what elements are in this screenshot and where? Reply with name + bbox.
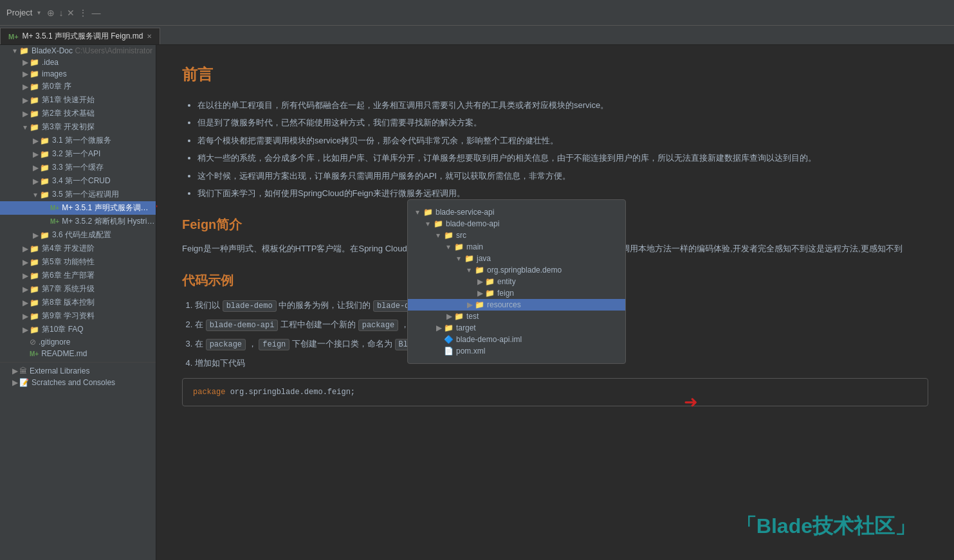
- ch1-folder-icon: 📁: [30, 96, 39, 105]
- sidebar-item-ch6[interactable]: ▶ 📁 第6章 生产部署: [0, 269, 156, 282]
- images-folder-icon: 📁: [30, 69, 39, 78]
- java-label: java: [477, 254, 491, 263]
- java-folder-icon: 📁: [464, 254, 474, 263]
- step2-code2: feign: [259, 339, 289, 350]
- test-folder-icon: 📁: [454, 312, 464, 321]
- readme-md-icon: M+: [30, 350, 39, 357]
- sidebar-item-ch5[interactable]: ▶ 📁 第5章 功能特性: [0, 255, 156, 269]
- target-label: target: [456, 323, 476, 332]
- popup-item-src: ▾ 📁 src: [408, 230, 625, 241]
- iml-label: blade-demo-api.iml: [456, 335, 522, 344]
- popup-item-java: ▾ 📁 java: [408, 253, 625, 264]
- content-area: 前言 在以往的单工程项目，所有代码都融合在一起，业务相互调用只需要引入共有的工具…: [156, 45, 954, 560]
- intro-item-0: 在以往的单工程项目，所有代码都融合在一起，业务相互调用只需要引入共有的工具类或者…: [197, 98, 928, 113]
- ch36-folder-icon: 📁: [40, 231, 50, 240]
- more-icon[interactable]: ⋮: [78, 8, 87, 18]
- tab-close-button[interactable]: ✕: [147, 33, 152, 40]
- step2-code1: package: [206, 339, 246, 350]
- ch3-folder-icon: 📁: [30, 123, 39, 132]
- popup-item-blade-service-api: ▾ 📁 blade-service-api: [408, 206, 625, 218]
- sidebar-item-ch32[interactable]: ▶ 📁 3.2 第一个API: [0, 147, 156, 161]
- step0-code1: blade-demo: [223, 300, 277, 312]
- watermark-prefix: 「: [736, 514, 757, 537]
- sidebar-item-ch10[interactable]: ▶ 📁 第10章 FAQ: [0, 323, 156, 336]
- sidebar-item-images[interactable]: ▶ 📁 images: [0, 68, 156, 80]
- sidebar-item-idea[interactable]: ▶ 📁 .idea: [0, 57, 156, 68]
- root-label: BladeX-Doc C:\Users\Administrator: [32, 46, 152, 55]
- sidebar-item-ch4[interactable]: ▶ 📁 第4章 开发进阶: [0, 242, 156, 255]
- tab-md-icon: M+: [8, 33, 19, 41]
- project-label[interactable]: Project ▾: [6, 8, 41, 17]
- intro-item-2: 若每个模块都把需要调用模块的service拷贝一份，那会令代码非常冗余，影响整个…: [197, 133, 928, 148]
- intro-item-1: 但是到了微服务时代，已然不能使用这种方式，我们需要寻找新的解决方案。: [197, 115, 928, 130]
- project-text: Project: [6, 8, 32, 17]
- main-area: ▾ 📁 BladeX-Doc C:\Users\Administrator ▶ …: [0, 45, 954, 560]
- blade-service-api-label: blade-service-api: [436, 208, 494, 217]
- pom-label: pom.xml: [456, 347, 485, 356]
- main-label: main: [466, 242, 483, 251]
- sidebar-item-ch8[interactable]: ▶ 📁 第8章 版本控制: [0, 296, 156, 309]
- iml-file-icon: 🔷: [444, 335, 454, 344]
- feign-folder-icon: 📁: [485, 289, 495, 298]
- sidebar-item-gitignore[interactable]: ⊘ .gitignore: [0, 336, 156, 348]
- sidebar-item-ch9[interactable]: ▶ 📁 第9章 学习资料: [0, 309, 156, 323]
- sidebar-item-ch3[interactable]: ▾ 📁 第3章 开发初探: [0, 120, 156, 134]
- popup-item-resources: ▶ 📁 resources: [408, 299, 625, 311]
- sidebar-item-ch351[interactable]: M+ M+ 3.5.1 声明式服务调用 Feign: [0, 201, 156, 215]
- watermark: 「Blade技术社区」: [736, 512, 915, 541]
- blade-demo-api-label: blade-demo-api: [446, 219, 499, 228]
- add-icon[interactable]: ⊕: [47, 8, 55, 18]
- intro-list: 在以往的单工程项目，所有代码都融合在一起，业务相互调用只需要引入共有的工具类或者…: [182, 98, 928, 201]
- title-bar: Project ▾ ⊕ ↓ ✕ ⋮ —: [0, 0, 954, 26]
- sidebar-item-ch2[interactable]: ▶ 📁 第2章 技术基础: [0, 107, 156, 120]
- blade-demo-api-icon: 📁: [434, 219, 443, 228]
- popup-item-target: ▶ 📁 target: [408, 322, 625, 334]
- tab-bar: M+ M+ 3.5.1 声明式服务调用 Feign.md ✕: [0, 26, 954, 45]
- code-block: package org.springblade.demo.feign;: [182, 378, 928, 406]
- tab-label: M+ 3.5.1 声明式服务调用 Feign.md: [23, 31, 143, 42]
- sidebar-item-ch0[interactable]: ▶ 📁 第0章 序: [0, 80, 156, 93]
- step1-code1: blade-demo-api: [206, 320, 279, 331]
- popup-tree: ▾ 📁 blade-service-api ▾ 📁 blade-demo-api…: [407, 199, 626, 364]
- title-bar-icons: ⊕ ↓ ✕ ⋮ —: [47, 8, 100, 18]
- ch34-folder-icon: 📁: [40, 177, 50, 186]
- sync-icon[interactable]: ↓: [59, 8, 63, 18]
- annotation-arrow-left: ➜: [156, 196, 158, 217]
- sidebar-item-readme[interactable]: M+ README.md: [0, 348, 156, 359]
- sidebar-item-scratches[interactable]: ▶ 📝 Scratches and Consoles: [0, 377, 156, 388]
- test-label: test: [466, 312, 479, 321]
- feign-label: feign: [497, 289, 514, 298]
- blade-service-api-icon: 📁: [423, 208, 433, 217]
- popup-item-pom: 📄 pom.xml: [408, 345, 625, 357]
- ch4-folder-icon: 📁: [30, 244, 39, 253]
- ch6-folder-icon: 📁: [30, 271, 39, 280]
- sidebar-item-ch36[interactable]: ▶ 📁 3.6 代码生成配置: [0, 228, 156, 242]
- doc-title: 前言: [182, 64, 928, 85]
- sidebar-item-ch1[interactable]: ▶ 📁 第1章 快速开始: [0, 93, 156, 107]
- ch35-folder-icon: 📁: [40, 190, 50, 199]
- sidebar-item-ch35[interactable]: ▾ 📁 3.5 第一个远程调用: [0, 188, 156, 201]
- src-label: src: [456, 231, 466, 240]
- ch10-folder-icon: 📁: [30, 325, 39, 334]
- ch5-folder-icon: 📁: [30, 258, 39, 267]
- root-folder-icon: 📁: [19, 46, 29, 55]
- minimize-icon[interactable]: —: [91, 8, 100, 18]
- watermark-suffix: 」: [895, 514, 915, 537]
- popup-item-main: ▾ 📁 main: [408, 241, 625, 253]
- sidebar-item-ch352[interactable]: M+ M+ 3.5.2 熔断机制 Hystrix.md: [0, 215, 156, 228]
- idea-folder-icon: 📁: [30, 58, 39, 67]
- sidebar-root[interactable]: ▾ 📁 BladeX-Doc C:\Users\Administrator: [0, 45, 156, 57]
- entity-folder-icon: 📁: [485, 277, 495, 286]
- tab-feign[interactable]: M+ M+ 3.5.1 声明式服务调用 Feign.md ✕: [0, 28, 160, 44]
- sidebar-item-ch31[interactable]: ▶ 📁 3.1 第一个微服务: [0, 134, 156, 147]
- sidebar-item-ch7[interactable]: ▶ 📁 第7章 系统升级: [0, 282, 156, 296]
- sidebar-item-ch34[interactable]: ▶ 📁 3.4 第一个CRUD: [0, 174, 156, 188]
- popup-item-test: ▶ 📁 test: [408, 311, 625, 322]
- ch33-folder-icon: 📁: [40, 163, 50, 172]
- ch2-folder-icon: 📁: [30, 109, 39, 118]
- popup-item-iml: 🔷 blade-demo-api.iml: [408, 334, 625, 345]
- close-icon[interactable]: ✕: [67, 8, 75, 18]
- sidebar-item-ch33[interactable]: ▶ 📁 3.3 第一个缓存: [0, 161, 156, 174]
- sidebar-item-external-libraries[interactable]: ▶ 🏛 External Libraries: [0, 365, 156, 377]
- project-dropdown-icon[interactable]: ▾: [37, 9, 41, 16]
